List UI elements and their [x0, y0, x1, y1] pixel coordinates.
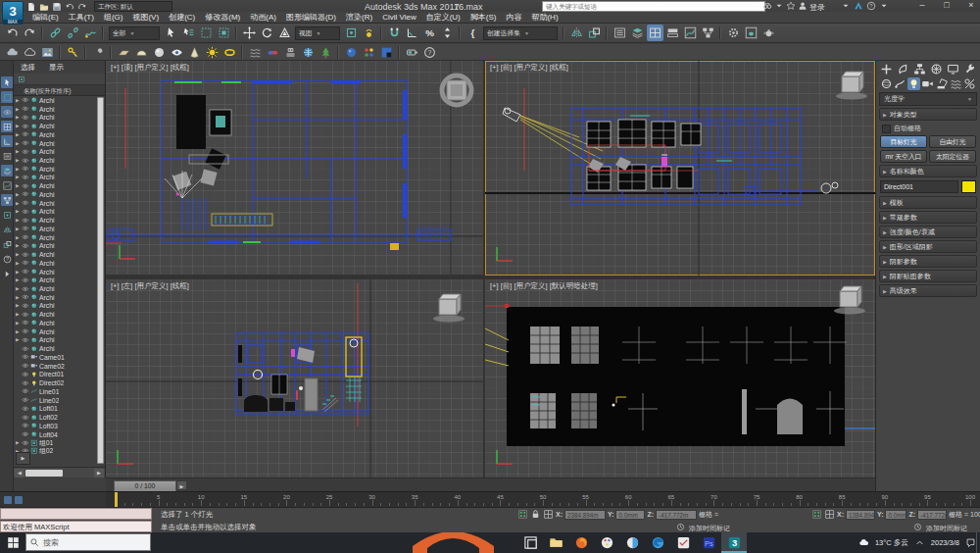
- capsule-tool-icon[interactable]: [265, 44, 281, 61]
- photoshop-icon[interactable]: Ps: [696, 532, 721, 553]
- visibility-eye-icon[interactable]: [22, 293, 29, 301]
- ribbon-toggle-icon[interactable]: [664, 25, 681, 41]
- strip-center-icon[interactable]: [1, 209, 13, 221]
- weather-text[interactable]: 13°C 多云: [875, 538, 908, 548]
- rollout-0[interactable]: ▶对象类型: [879, 108, 977, 121]
- visibility-eye-icon[interactable]: [22, 217, 29, 225]
- rollout-7[interactable]: ▶阴影贴图参数: [879, 270, 977, 282]
- strip-help-icon[interactable]: ?: [1, 253, 13, 265]
- grid-toggle-icon[interactable]: [543, 509, 554, 520]
- explorer-column-header[interactable]: 名称(按升序排序): [14, 85, 105, 96]
- visibility-eye-icon[interactable]: [22, 414, 29, 422]
- use-pivot-center-icon[interactable]: [343, 25, 360, 41]
- display-tab-icon[interactable]: [947, 63, 960, 76]
- strip-curve-icon[interactable]: [1, 179, 13, 191]
- visibility-eye-icon[interactable]: [22, 285, 29, 293]
- hscroll-thumb[interactable]: [25, 470, 63, 477]
- blue-sphere-tool-icon[interactable]: [343, 44, 360, 61]
- viewport-front-shaded-canvas[interactable]: [485, 279, 875, 478]
- strip-angle-icon[interactable]: [1, 135, 13, 147]
- layer-manager-icon[interactable]: [629, 25, 646, 41]
- strip-align-icon[interactable]: [1, 238, 13, 250]
- snaps-toggle-icon[interactable]: [386, 25, 403, 41]
- redo-icon[interactable]: [22, 25, 38, 41]
- explorer-row[interactable]: Loft01: [14, 404, 105, 413]
- menu-item-12[interactable]: 内容: [501, 12, 526, 23]
- visibility-eye-icon[interactable]: [22, 371, 29, 378]
- file-explorer-icon[interactable]: [543, 532, 568, 553]
- explorer-row[interactable]: Came02: [14, 362, 105, 371]
- visibility-eye-icon[interactable]: [22, 174, 29, 181]
- menu-item-6[interactable]: 动画(A): [245, 12, 281, 23]
- render-production-icon[interactable]: [760, 25, 777, 41]
- sun-light-icon[interactable]: [204, 44, 220, 61]
- menu-item-0[interactable]: 编辑(E): [27, 12, 64, 23]
- align-icon[interactable]: [586, 25, 603, 41]
- explorer-horizontal-scrollbar[interactable]: ◀ ▶: [14, 467, 105, 478]
- explorer-row[interactable]: Direct01: [14, 371, 105, 379]
- strip-visibility-icon[interactable]: [1, 106, 13, 118]
- menu-item-1[interactable]: 工具(T): [64, 12, 99, 23]
- explorer-row[interactable]: ▶Archi: [14, 208, 105, 217]
- spacewarps-category-icon[interactable]: [950, 77, 962, 90]
- explorer-row[interactable]: Line01: [14, 387, 105, 396]
- explorer-row[interactable]: ▶Archi: [14, 225, 105, 233]
- explorer-menu-select[interactable]: 选择: [14, 63, 42, 73]
- explorer-row[interactable]: ▶Archi: [14, 268, 105, 276]
- notes-app-icon[interactable]: [670, 532, 696, 553]
- z-coordinate-field-2[interactable]: -417.772m: [917, 510, 947, 520]
- visibility-eye-icon[interactable]: [22, 362, 29, 370]
- menu-item-7[interactable]: 图形编辑器(D): [281, 12, 341, 23]
- explorer-row[interactable]: Archi: [14, 344, 105, 353]
- cone-primitive-icon[interactable]: [186, 44, 203, 61]
- explorer-row[interactable]: ▶Archi: [14, 130, 105, 139]
- explorer-row[interactable]: Loft03: [14, 422, 105, 430]
- object-type-button-3[interactable]: 太阳定位器: [929, 150, 976, 163]
- open-file-icon[interactable]: [38, 1, 50, 12]
- y-coordinate-field[interactable]: 0.0mm: [615, 510, 645, 520]
- viewport-front-wire-canvas[interactable]: [485, 61, 875, 276]
- menu-item-8[interactable]: 渲染(R): [341, 12, 377, 23]
- explorer-row[interactable]: Came01: [14, 353, 105, 362]
- spinner-snap-icon[interactable]: [439, 25, 456, 41]
- spacewarp-waves-icon[interactable]: [247, 44, 264, 61]
- taskbar-date[interactable]: 2023/3/8: [931, 538, 959, 547]
- select-object-icon[interactable]: [163, 25, 179, 41]
- explorer-row[interactable]: Line02: [14, 396, 105, 405]
- visibility-eye-icon[interactable]: [22, 311, 29, 319]
- y-coordinate-field-2[interactable]: 0.0mm: [885, 510, 906, 520]
- visibility-eye-icon[interactable]: [22, 422, 29, 429]
- visibility-eye-icon[interactable]: [22, 319, 29, 327]
- rollout-5[interactable]: ▶图形/区域阴影: [879, 240, 977, 253]
- grid-toggle-icon-2[interactable]: [824, 509, 835, 520]
- strip-panes-icon[interactable]: [1, 121, 13, 132]
- tray-chevron-icon[interactable]: [914, 537, 925, 548]
- explorer-row[interactable]: ▶Archi: [14, 259, 105, 268]
- visibility-eye-icon[interactable]: [22, 130, 29, 138]
- mirror-icon[interactable]: [568, 25, 585, 41]
- menu-item-5[interactable]: 修改器(M): [200, 12, 245, 23]
- utilities-tab-icon[interactable]: [963, 63, 977, 76]
- show-desktop-button[interactable]: [976, 532, 980, 553]
- maximize-button[interactable]: □: [936, 0, 957, 11]
- select-manipulate-icon[interactable]: [361, 25, 377, 41]
- explorer-row[interactable]: ▶Archi: [14, 293, 105, 302]
- explorer-row[interactable]: ▶Archi: [14, 276, 105, 284]
- time-marker[interactable]: [115, 492, 118, 508]
- notification-icon[interactable]: [965, 537, 976, 548]
- explorer-dock-button[interactable]: ▶: [16, 452, 30, 465]
- visibility-eye-icon[interactable]: [22, 114, 29, 122]
- robot-tool-icon[interactable]: [282, 44, 299, 61]
- 3dsmax-taskbar-icon[interactable]: 3: [721, 532, 747, 553]
- time-slider-track[interactable]: 0 / 100 ▶: [106, 478, 875, 491]
- maxscript-listener-line[interactable]: 欢迎使用 MAXScript: [0, 521, 152, 532]
- viewport-top[interactable]: [+] [顶] [用户定义] [线框]: [106, 61, 483, 275]
- explorer-row[interactable]: ▶Archi: [14, 250, 105, 259]
- visibility-eye-icon[interactable]: [22, 439, 29, 447]
- minimize-button[interactable]: –: [911, 0, 933, 11]
- light-type-dropdown[interactable]: 光度学▼: [879, 92, 977, 106]
- visibility-eye-icon[interactable]: [22, 190, 29, 198]
- plane-primitive-icon[interactable]: [116, 44, 132, 61]
- strip-schematic-icon[interactable]: [1, 194, 13, 206]
- autocad-logo-icon[interactable]: [407, 532, 500, 553]
